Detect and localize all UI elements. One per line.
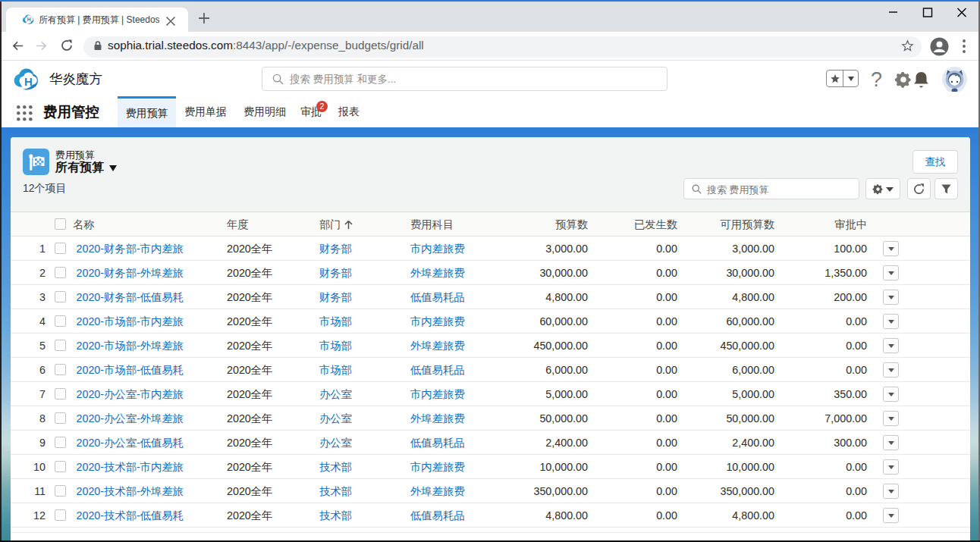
svg-text:H: H <box>27 17 31 22</box>
svg-text:H: H <box>24 75 33 88</box>
